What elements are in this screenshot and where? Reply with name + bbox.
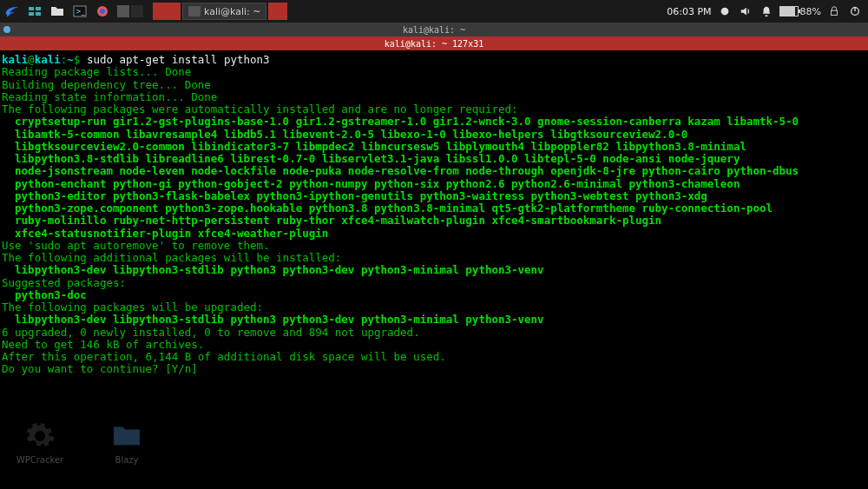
battery-text: 88% bbox=[800, 6, 821, 17]
taskbar-item-terminal[interactable]: kali@kali: ~ bbox=[182, 3, 266, 20]
panel-tray: 06:03 PM 88% bbox=[667, 3, 868, 19]
battery-indicator[interactable]: 88% bbox=[779, 6, 821, 17]
workspace-switcher[interactable] bbox=[115, 1, 146, 22]
show-desktop-icon[interactable] bbox=[24, 1, 45, 22]
svg-rect-0 bbox=[29, 7, 34, 10]
taskbar-thumb-icon bbox=[188, 6, 201, 17]
browser-launcher-icon[interactable] bbox=[92, 1, 113, 22]
terminal-launcher-icon[interactable]: >_ bbox=[69, 1, 90, 22]
svg-rect-2 bbox=[29, 12, 34, 16]
desktop-icon-label: Blazy bbox=[115, 455, 139, 465]
battery-icon bbox=[779, 6, 799, 17]
svg-text:>_: >_ bbox=[76, 8, 86, 16]
taskbar-thumb-icon bbox=[159, 6, 171, 17]
file-manager-icon[interactable] bbox=[47, 1, 68, 22]
taskbar-label: kali@kali: ~ bbox=[204, 6, 260, 17]
window-title: kali@kali: ~ bbox=[403, 25, 465, 35]
desktop-icon-wpcracker[interactable]: WPCracker bbox=[16, 420, 64, 465]
clock[interactable]: 06:03 PM bbox=[667, 6, 711, 17]
top-panel: >_ kali@kali: ~ 06:03 PM 88% bbox=[0, 0, 868, 23]
taskbar-item-1[interactable] bbox=[153, 3, 181, 20]
taskbar: kali@kali: ~ bbox=[153, 3, 287, 20]
power-icon[interactable] bbox=[847, 3, 863, 19]
svg-rect-11 bbox=[832, 10, 838, 15]
record-icon[interactable] bbox=[717, 3, 733, 19]
panel-launchers: >_ bbox=[0, 1, 146, 22]
desktop-icons: WPCracker Blazy bbox=[16, 420, 151, 465]
volume-icon[interactable] bbox=[738, 3, 753, 19]
svg-point-7 bbox=[100, 9, 105, 14]
window-titlebar[interactable]: kali@kali: ~ bbox=[0, 23, 868, 36]
desktop-icon-label: WPCracker bbox=[16, 455, 63, 465]
terminal-body[interactable]: kali@kali:~$ sudo apt-get install python… bbox=[0, 50, 868, 380]
svg-rect-9 bbox=[131, 5, 143, 17]
window-menu-icon[interactable] bbox=[3, 26, 10, 33]
svg-rect-8 bbox=[117, 5, 129, 17]
terminal-window: kali@kali: ~ kali@kali: ~ 127x31 kali@ka… bbox=[0, 23, 868, 380]
desktop-icon-blazy[interactable]: Blazy bbox=[102, 420, 151, 465]
lock-icon[interactable] bbox=[826, 3, 842, 19]
svg-rect-3 bbox=[36, 12, 41, 16]
taskbar-thumb-icon bbox=[272, 6, 284, 17]
notifications-icon[interactable] bbox=[759, 3, 774, 19]
folder-icon bbox=[111, 420, 142, 452]
terminal-tabbar[interactable]: kali@kali: ~ 127x31 bbox=[0, 36, 868, 50]
kali-menu-icon[interactable] bbox=[2, 1, 23, 22]
svg-point-10 bbox=[720, 8, 728, 16]
taskbar-item-3[interactable] bbox=[268, 3, 287, 20]
terminal-tab-label: kali@kali: ~ 127x31 bbox=[385, 39, 483, 49]
svg-rect-1 bbox=[36, 7, 41, 10]
gear-icon bbox=[24, 420, 56, 452]
